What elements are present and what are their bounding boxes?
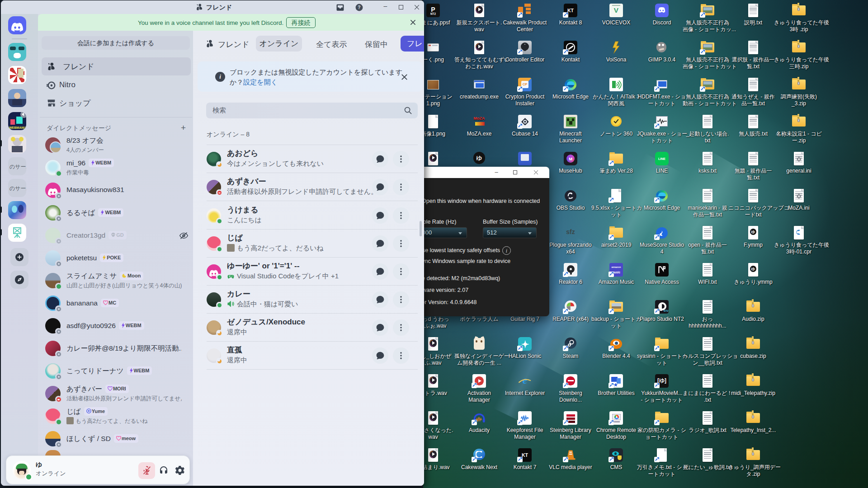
svg-text:?: ? <box>358 5 360 10</box>
